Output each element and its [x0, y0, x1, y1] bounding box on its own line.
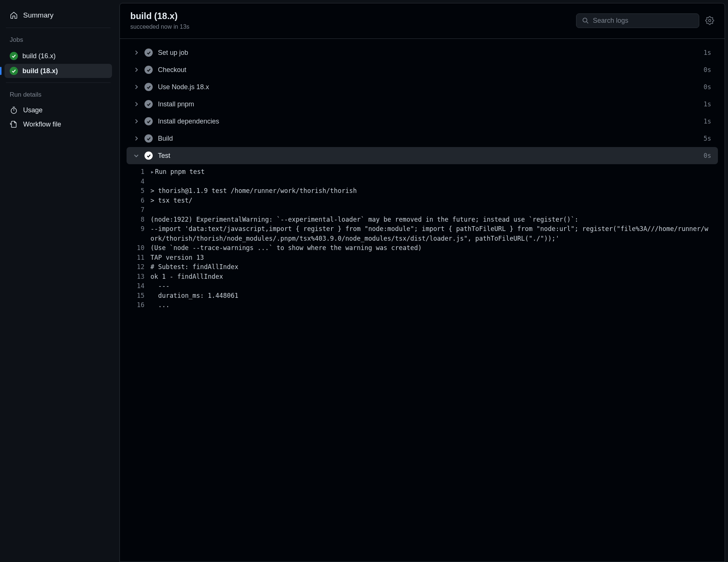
- step-row[interactable]: Install pnpm 1s: [127, 96, 718, 113]
- summary-label: Summary: [23, 11, 53, 19]
- chevron-right-icon: [133, 84, 139, 90]
- success-icon: [144, 117, 153, 125]
- svg-line-4: [587, 22, 588, 23]
- log-line[interactable]: 6> tsx test/: [127, 196, 718, 206]
- step-name: Checkout: [158, 66, 699, 74]
- step-row[interactable]: Build 5s: [127, 130, 718, 147]
- step-name: Install pnpm: [158, 100, 699, 108]
- log-line[interactable]: 16 ...: [127, 300, 718, 310]
- divider: [6, 28, 111, 28]
- line-text: ok 1 - findAllIndex: [150, 272, 718, 282]
- detail-label: Usage: [23, 106, 43, 114]
- log-line[interactable]: 1▸Run pnpm test: [127, 167, 718, 177]
- line-number: 6: [127, 196, 150, 206]
- line-number: 11: [127, 253, 150, 263]
- line-number: 15: [127, 291, 150, 301]
- line-number: 14: [127, 281, 150, 291]
- steps-list: Set up job 1s Checkout 0s Use Node.js 18…: [120, 39, 725, 318]
- line-text: (Use `node --trace-warnings ...` to show…: [150, 243, 718, 253]
- step-row[interactable]: Test 0s: [127, 147, 718, 164]
- search-icon: [582, 17, 589, 24]
- log-line[interactable]: 9--import 'data:text/javascript,import {…: [127, 224, 718, 243]
- step-row[interactable]: Checkout 0s: [127, 61, 718, 78]
- jobs-header: Jobs: [4, 34, 112, 48]
- line-text: --import 'data:text/javascript,import { …: [150, 224, 718, 243]
- job-header: build (18.x) succeeded now in 13s: [120, 3, 725, 39]
- line-text: > tsx test/: [150, 196, 718, 206]
- success-icon: [144, 83, 153, 91]
- success-icon: [10, 67, 18, 75]
- success-icon: [144, 49, 153, 57]
- log-line[interactable]: 5> thorish@1.1.9 test /home/runner/work/…: [127, 186, 718, 196]
- log-line[interactable]: 15 duration_ms: 1.448061: [127, 291, 718, 301]
- line-text: duration_ms: 1.448061: [150, 291, 718, 301]
- chevron-right-icon: [133, 50, 139, 56]
- search-input[interactable]: [593, 17, 694, 25]
- search-logs-box[interactable]: [576, 13, 699, 28]
- log-line[interactable]: 13ok 1 - findAllIndex: [127, 272, 718, 282]
- home-icon: [10, 11, 18, 19]
- sidebar-detail-item[interactable]: Workflow file: [4, 117, 112, 131]
- line-text: ---: [150, 281, 718, 291]
- step-row[interactable]: Set up job 1s: [127, 44, 718, 61]
- chevron-right-icon: [133, 67, 139, 73]
- timer-icon: [10, 106, 18, 114]
- log-output: 1▸Run pnpm test45> thorish@1.1.9 test /h…: [127, 164, 718, 313]
- step-duration: 1s: [704, 118, 711, 125]
- line-number: 8: [127, 215, 150, 225]
- log-line[interactable]: 4: [127, 177, 718, 187]
- line-number: 13: [127, 272, 150, 282]
- success-icon: [10, 52, 18, 60]
- line-number: 5: [127, 186, 150, 196]
- svg-point-3: [583, 18, 587, 22]
- svg-point-5: [709, 19, 711, 22]
- job-status-text: succeeded now in 13s: [130, 24, 570, 30]
- success-icon: [144, 100, 153, 108]
- line-number: 12: [127, 262, 150, 272]
- line-text: (node:1922) ExperimentalWarning: `--expe…: [150, 215, 718, 225]
- step-name: Install dependencies: [158, 118, 699, 125]
- run-details-header: Run details: [4, 89, 112, 103]
- sidebar-job-item[interactable]: build (16.x): [4, 49, 112, 63]
- chevron-right-icon: [133, 101, 139, 107]
- step-duration: 1s: [704, 100, 711, 108]
- success-icon: [144, 152, 153, 160]
- step-row[interactable]: Install dependencies 1s: [127, 113, 718, 130]
- line-text: ...: [150, 300, 718, 310]
- job-label: build (18.x): [22, 67, 58, 75]
- step-name: Build: [158, 135, 699, 143]
- line-text: [150, 205, 718, 215]
- log-line[interactable]: 14 ---: [127, 281, 718, 291]
- line-text: ▸Run pnpm test: [150, 167, 718, 177]
- log-line[interactable]: 8(node:1922) ExperimentalWarning: `--exp…: [127, 215, 718, 225]
- line-number: 1: [127, 167, 150, 177]
- step-row[interactable]: Use Node.js 18.x 0s: [127, 78, 718, 96]
- job-panel: build (18.x) succeeded now in 13s Set up…: [119, 3, 725, 562]
- divider: [6, 82, 111, 83]
- line-number: 4: [127, 177, 150, 187]
- chevron-down-icon: [133, 153, 139, 159]
- page-title: build (18.x): [130, 11, 570, 21]
- summary-link[interactable]: Summary: [4, 7, 112, 23]
- line-text: [150, 177, 718, 187]
- sidebar-job-item[interactable]: build (18.x): [4, 64, 112, 78]
- step-duration: 0s: [704, 152, 711, 159]
- chevron-right-icon: [133, 118, 139, 124]
- step-duration: 0s: [704, 83, 711, 91]
- success-icon: [144, 66, 153, 74]
- step-name: Set up job: [158, 49, 699, 57]
- step-duration: 1s: [704, 49, 711, 56]
- log-line[interactable]: 10(Use `node --trace-warnings ...` to sh…: [127, 243, 718, 253]
- log-line[interactable]: 7: [127, 205, 718, 215]
- detail-label: Workflow file: [23, 121, 61, 128]
- step-duration: 0s: [704, 66, 711, 74]
- gear-icon[interactable]: [705, 16, 714, 25]
- log-line[interactable]: 11TAP version 13: [127, 253, 718, 263]
- line-text: > thorish@1.1.9 test /home/runner/work/t…: [150, 186, 718, 196]
- chevron-right-icon: [133, 135, 139, 141]
- log-line[interactable]: 12# Subtest: findAllIndex: [127, 262, 718, 272]
- job-label: build (16.x): [22, 52, 56, 60]
- step-name: Use Node.js 18.x: [158, 83, 699, 91]
- line-number: 7: [127, 205, 150, 215]
- sidebar-detail-item[interactable]: Usage: [4, 103, 112, 117]
